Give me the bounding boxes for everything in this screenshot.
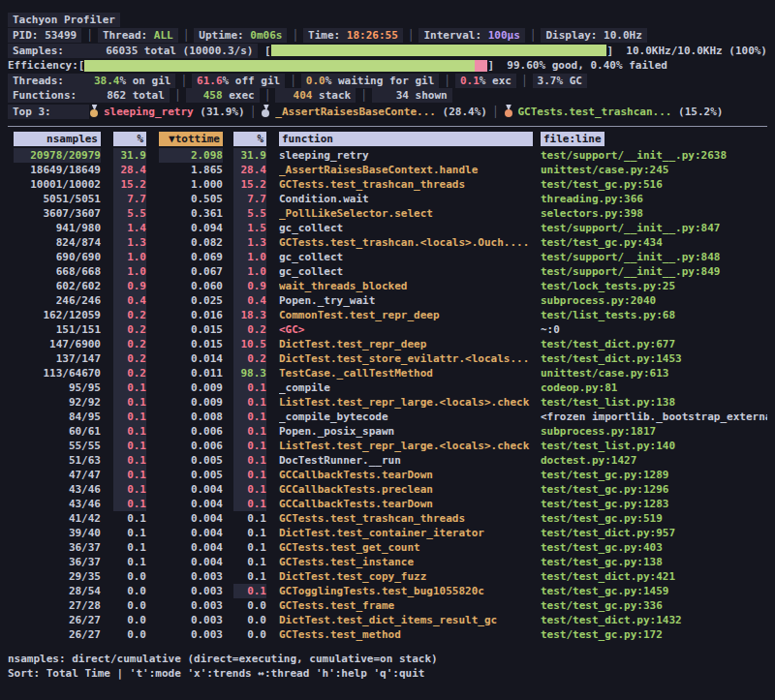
direct-percent-cell: 15.2 bbox=[113, 177, 146, 192]
tottime-cell: 0.004 bbox=[159, 497, 223, 511]
functions-segment-suffix: shown bbox=[409, 89, 448, 102]
tottime-cell: 0.016 bbox=[159, 308, 223, 322]
table-row[interactable]: 10001/1000215.21.00015.2GCTests.test_tra… bbox=[14, 177, 767, 192]
efficiency-summary: 99.60% good, 0.40% failed bbox=[507, 58, 667, 73]
threads-segment-suffix: % off gil bbox=[223, 75, 281, 87]
table-row[interactable]: 26/270.00.0030.0GCTests.test_methodtest/… bbox=[14, 627, 767, 642]
file-line-cell: test/lock_tests.py:25 bbox=[541, 279, 767, 293]
file-line-cell: test/support/__init__.py:848 bbox=[541, 250, 767, 264]
table-row[interactable]: 55/550.10.0060.1ListTest.test_repr_large… bbox=[14, 439, 767, 453]
function-cell: wait_threads_blocked bbox=[279, 279, 533, 293]
file-line-cell: test/test_dict.py:1432 bbox=[541, 613, 767, 627]
table-row[interactable]: 113/646700.20.01198.3TestCase._callTestM… bbox=[14, 366, 767, 380]
top3-items: sleeping_retry (31.9%)│_AssertRaisesBase… bbox=[89, 105, 723, 119]
table-row[interactable]: 151/1510.20.0150.2<GC>~:0 bbox=[14, 322, 767, 337]
cumulative-percent-cell: 0.1 bbox=[233, 410, 266, 424]
profile-table: nsamples % ▼tottime % function file:line… bbox=[14, 132, 767, 642]
direct-percent-cell: 0.1 bbox=[113, 497, 146, 511]
nsamples-cell: 246/246 bbox=[14, 293, 101, 308]
direct-percent-cell: 0.1 bbox=[113, 526, 146, 540]
cumulative-percent-cell: 10.5 bbox=[233, 337, 266, 351]
table-row[interactable]: 43/460.10.0040.1GCCallbackTests.preclean… bbox=[14, 482, 767, 497]
table-row[interactable]: 941/9801.40.0941.5gc_collecttest/support… bbox=[14, 221, 767, 235]
table-row[interactable]: 28/540.00.0030.1GCTogglingTests.test_bug… bbox=[14, 584, 767, 598]
top3-item: GCTests.test_trashcan... (15.2%) bbox=[504, 105, 724, 119]
table-row[interactable]: 43/460.10.0040.1GCCallbackTests.tearDown… bbox=[14, 497, 767, 511]
table-row[interactable]: 18649/1864928.41.86528.4_AssertRaisesBas… bbox=[14, 163, 767, 177]
functions-segment: 458 exec bbox=[186, 88, 260, 103]
status-segment-value: 53499 bbox=[45, 29, 77, 42]
file-line-cell: test/test_gc.py:1296 bbox=[541, 482, 767, 497]
table-row[interactable]: 137/1470.20.0140.2DictTest.test_store_ev… bbox=[14, 351, 767, 366]
file-line-cell: ~:0 bbox=[541, 322, 767, 337]
column-header-function[interactable]: function bbox=[279, 132, 533, 146]
cumulative-percent-cell: 0.9 bbox=[233, 279, 266, 293]
nsamples-cell: 51/63 bbox=[14, 453, 101, 468]
threads-segment: 0.1% exc bbox=[455, 74, 516, 88]
function-cell: GCTests.test_trashcan_threads bbox=[279, 177, 533, 192]
table-row[interactable]: 602/6020.90.0600.9wait_threads_blockedte… bbox=[14, 279, 767, 293]
functions-segment-value: 458 bbox=[191, 89, 223, 102]
samples-line: Samples: 66035 total (10000.3/s) [] 10.0… bbox=[8, 44, 767, 59]
column-header-tottime-sorted[interactable]: ▼tottime bbox=[159, 132, 223, 146]
tottime-cell: 2.098 bbox=[159, 148, 223, 163]
table-row[interactable]: 29/350.00.0030.1DictTest.test_copy_fuzzt… bbox=[14, 569, 767, 584]
table-row[interactable]: 95/950.10.0090.1_compilecodeop.py:81 bbox=[14, 380, 767, 395]
function-cell: GCCallbackTests.preclean bbox=[279, 482, 533, 497]
function-cell: _compile bbox=[279, 380, 533, 395]
tottime-cell: 1.865 bbox=[159, 163, 223, 177]
table-row[interactable]: 27/280.00.0030.0GCTests.test_frametest/t… bbox=[14, 598, 767, 613]
table-row[interactable]: 3607/36075.50.3615.5_PollLikeSelector.se… bbox=[14, 206, 767, 221]
separator: │ bbox=[525, 28, 542, 43]
nsamples-legend: nsamples: direct/cumulative (direct=exec… bbox=[8, 652, 767, 667]
status-segment: PID: 53499 bbox=[8, 28, 81, 43]
table-row[interactable]: 26/270.00.0030.0DictTest.test_dict_items… bbox=[14, 613, 767, 627]
nsamples-cell: 95/95 bbox=[14, 380, 101, 395]
table-row[interactable]: 84/950.10.0080.1_compile_bytecode<frozen… bbox=[14, 410, 767, 424]
table-row[interactable]: 20978/2097931.92.09831.9sleeping_retryte… bbox=[14, 148, 767, 163]
table-row[interactable]: 92/920.10.0090.1ListTest.test_repr_large… bbox=[14, 395, 767, 410]
tottime-cell: 0.094 bbox=[159, 221, 223, 235]
table-row[interactable]: 60/610.10.0060.1Popen._posix_spawnsubpro… bbox=[14, 424, 767, 439]
table-row[interactable]: 5051/50517.70.5057.7Condition.waitthread… bbox=[14, 192, 767, 206]
cumulative-percent-cell: 0.1 bbox=[233, 497, 266, 511]
function-cell: DictTest.test_repr_deep bbox=[279, 337, 533, 351]
table-row[interactable]: 41/420.10.0040.1GCTests.test_trashcan_th… bbox=[14, 511, 767, 526]
cumulative-percent-cell: 0.1 bbox=[233, 482, 266, 497]
table-row[interactable]: 246/2460.40.0250.4Popen._try_waitsubproc… bbox=[14, 293, 767, 308]
file-line-cell: test/support/__init__.py:849 bbox=[541, 264, 767, 279]
column-header-cumulative-percent[interactable]: % bbox=[233, 132, 266, 146]
table-row[interactable]: 824/8741.30.0821.3GCTests.test_trashcan.… bbox=[14, 235, 767, 250]
file-line-cell: test/support/__init__.py:847 bbox=[541, 221, 767, 235]
direct-percent-cell: 0.0 bbox=[113, 569, 146, 584]
table-row[interactable]: 668/6681.00.0671.0gc_collecttest/support… bbox=[14, 264, 767, 279]
table-row[interactable]: 147/69000.20.01510.5DictTest.test_repr_d… bbox=[14, 337, 767, 351]
file-line-cell: test/test_gc.py:1289 bbox=[541, 468, 767, 482]
samples-rate: 10.0KHz/10.0KHz (100%) bbox=[626, 44, 767, 58]
separator: │ bbox=[487, 105, 504, 119]
samples-label: Samples: bbox=[8, 44, 88, 58]
column-header-direct-percent[interactable]: % bbox=[113, 132, 146, 146]
table-row[interactable]: 162/120590.20.01618.3CommonTest.test_rep… bbox=[14, 308, 767, 322]
file-line-cell: test/test_dict.py:677 bbox=[541, 337, 767, 351]
function-cell: GCTests.test_frame bbox=[279, 598, 533, 613]
table-row[interactable]: 39/400.10.0040.1DictTest.test_container_… bbox=[14, 526, 767, 540]
function-cell: _AssertRaisesBaseContext.handle bbox=[279, 163, 533, 177]
function-cell: Condition.wait bbox=[279, 192, 533, 206]
table-row[interactable]: 36/370.10.0040.1GCTests.test_instancetes… bbox=[14, 555, 767, 569]
cumulative-percent-cell: 0.2 bbox=[233, 351, 266, 366]
nsamples-cell: 28/54 bbox=[14, 584, 101, 598]
table-row[interactable]: 690/6901.00.0691.0gc_collecttest/support… bbox=[14, 250, 767, 264]
table-row[interactable]: 36/370.10.0040.1GCTests.test_get_countte… bbox=[14, 540, 767, 555]
table-row[interactable]: 47/470.10.0050.1GCCallbackTests.tearDown… bbox=[14, 468, 767, 482]
nsamples-cell: 602/602 bbox=[14, 279, 101, 293]
samples-progress-bar bbox=[271, 45, 607, 56]
table-row[interactable]: 51/630.10.0050.1DocTestRunner.__rundocte… bbox=[14, 453, 767, 468]
column-header-nsamples[interactable]: nsamples bbox=[14, 132, 101, 146]
function-cell: ListTest.test_repr_large.<locals>.check bbox=[279, 439, 533, 453]
top3-percentage: (15.2%) bbox=[678, 106, 723, 118]
column-header-file-line[interactable]: file:line bbox=[541, 132, 604, 146]
cumulative-percent-cell: 0.0 bbox=[233, 613, 266, 627]
efficiency-progress-bar bbox=[84, 60, 487, 72]
file-line-cell: test/test_gc.py:336 bbox=[541, 598, 767, 613]
